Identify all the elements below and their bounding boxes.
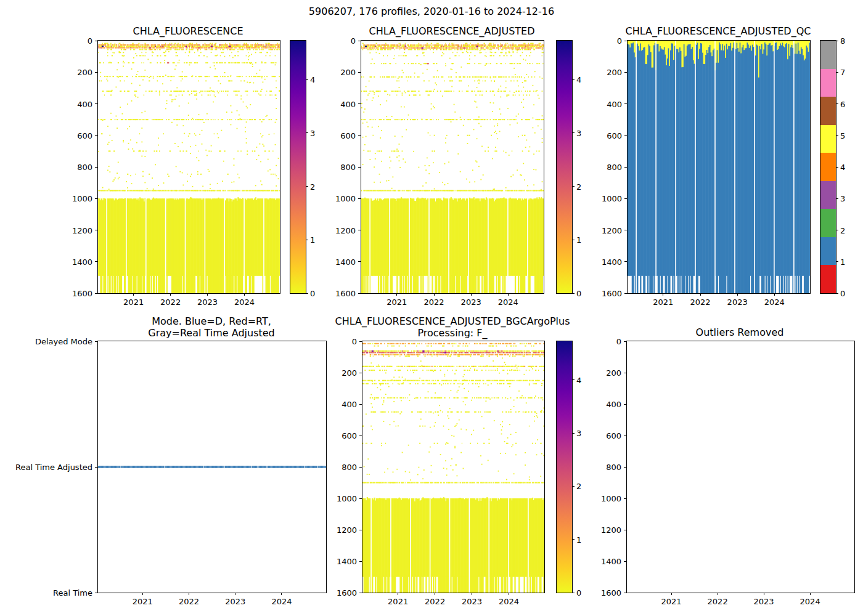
y-tick	[624, 198, 627, 199]
y-tick-label: 400	[607, 99, 622, 108]
y-tick-label: 800	[77, 163, 92, 172]
x-tick	[663, 293, 663, 296]
colorbar-tick-label: 6	[840, 99, 845, 108]
title-line: CHLA_FLUORESCENCE_ADJUSTED_BGCArgoPlus	[335, 315, 570, 327]
y-tick	[624, 72, 627, 73]
panel-title-chla-fluorescence: CHLA_FLUORESCENCE	[133, 25, 243, 37]
x-tick	[471, 293, 472, 296]
x-tick	[810, 593, 811, 595]
y-tick	[624, 167, 627, 168]
colorbar-plasma-chla-fluorescence: 01234	[290, 40, 306, 294]
y-tick-label: 400	[606, 400, 621, 409]
y-tick-label: 0	[351, 36, 356, 46]
x-tick	[189, 593, 189, 595]
colorbar-tick	[572, 539, 575, 540]
colorbar-tick	[572, 132, 575, 133]
colorbar-tick	[572, 433, 575, 434]
y-tick	[95, 72, 97, 73]
y-tick-label: 1000	[72, 194, 92, 203]
y-tick-label: 600	[606, 431, 621, 440]
x-tick	[509, 593, 509, 595]
y-tick-label: 1200	[335, 225, 356, 235]
colorbar-tick-label: 0	[310, 289, 315, 298]
y-tick	[358, 293, 361, 294]
y-tick-label: 0	[352, 337, 357, 346]
colorbar-tick	[572, 379, 575, 380]
colorbar-tick-label: 2	[576, 482, 581, 491]
y-tick	[358, 261, 361, 262]
colorbar-tick	[306, 240, 308, 240]
x-tick	[700, 293, 701, 296]
colorbar-tick	[306, 186, 308, 187]
x-tick	[508, 293, 509, 296]
title-line: CHLA_FLUORESCENCE_ADJUSTED	[369, 25, 534, 37]
y-tick	[359, 530, 362, 530]
title-line: CHLA_FLUORESCENCE	[133, 25, 243, 37]
colorbar-tick	[572, 293, 575, 294]
heatmap-axes-chla-fluorescence: 2021202220232024020040060080010001200140…	[97, 40, 280, 294]
y-tick-label: 1000	[337, 494, 357, 503]
y-tick	[95, 230, 97, 230]
y-tick-label: 1400	[601, 557, 621, 566]
colorbar-tick-label: 2	[576, 182, 581, 191]
y-tick	[358, 135, 361, 136]
colorbar-tick-label: 4	[840, 163, 845, 172]
y-tick-label: 0	[617, 36, 622, 46]
y-tick-label: 0	[616, 337, 621, 346]
y-tick-label: 1200	[72, 225, 92, 235]
x-tick-label: 2024	[800, 597, 820, 606]
y-tick	[358, 198, 361, 199]
y-tick-label: 1000	[335, 194, 356, 203]
x-tick	[244, 293, 245, 296]
colorbar-tick	[836, 293, 838, 294]
y-tick	[95, 198, 97, 199]
y-tick-label: 1400	[337, 557, 357, 566]
y-tick	[359, 373, 362, 373]
x-tick-label: 2021	[133, 597, 153, 606]
colorbar-tick	[306, 132, 308, 133]
y-tick	[358, 167, 361, 168]
y-tick	[358, 72, 361, 73]
x-tick	[142, 593, 143, 595]
heatmap-axes-qc-flags: 2021202220232024020040060080010001200140…	[627, 40, 811, 294]
y-tick	[358, 230, 361, 230]
colorbar-tick	[572, 186, 575, 187]
figure: 5906207, 176 profiles, 2020-01-16 to 202…	[0, 0, 863, 616]
x-tick	[718, 593, 718, 595]
y-tick-label: 200	[342, 368, 357, 378]
y-tick-label: 1200	[602, 225, 622, 235]
x-tick	[774, 293, 775, 296]
line-axes-data-mode: 2021202220232024Delayed ModeReal Time Ad…	[97, 341, 327, 593]
x-tick	[170, 293, 171, 296]
colorbar-qc-flags: 012345678	[820, 40, 836, 294]
y-tick-label: 400	[77, 99, 92, 108]
y-tick-label: 1600	[337, 588, 357, 598]
y-tick	[624, 498, 626, 499]
x-tick-label: 2023	[727, 298, 748, 307]
y-tick	[358, 41, 361, 41]
y-tick-label: 400	[340, 99, 356, 108]
x-tick-label: 2022	[690, 298, 710, 307]
y-tick-label: 600	[607, 131, 622, 140]
colorbar-tick-label: 1	[576, 535, 581, 544]
figure-suptitle: 5906207, 176 profiles, 2020-01-16 to 202…	[309, 6, 554, 17]
y-tick	[624, 561, 626, 562]
empty-axes-outliers-removed: 2021202220232024020040060080010001200140…	[626, 341, 855, 593]
y-tick-label: 200	[607, 68, 622, 77]
x-tick	[737, 293, 738, 296]
panel-title-mode: Mode. Blue=D, Red=RT, Gray=Real Time Adj…	[148, 315, 275, 339]
colorbar-tick	[836, 135, 838, 136]
y-tick-label: 1600	[335, 289, 356, 298]
colorbar-tick-label: 3	[840, 194, 845, 203]
y-tick-label: 1200	[337, 525, 357, 535]
heatmap-axes-chla-fluorescence-adjusted: 2021202220232024020040060080010001200140…	[361, 40, 544, 294]
y-tick	[95, 261, 97, 262]
x-tick-label: 2021	[661, 597, 682, 606]
colorbar-tick-label: 5	[840, 131, 845, 140]
heatmap-canvas-bgcargoplus	[362, 341, 544, 593]
y-tick-label: 1200	[601, 525, 621, 535]
y-tick	[624, 373, 626, 373]
y-tick-label: 1600	[72, 289, 92, 298]
y-tick	[95, 593, 97, 593]
colorbar-tick-label: 1	[310, 235, 315, 245]
